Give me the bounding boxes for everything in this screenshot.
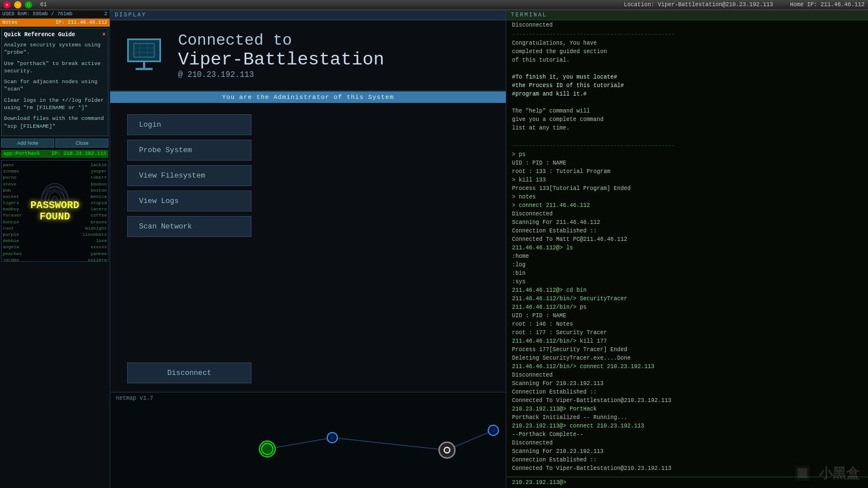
add-note-button[interactable]: Add Note — [1, 139, 54, 148]
terminal-input-area[interactable]: 210.23.192.113@> — [506, 477, 868, 488]
scan-network-button[interactable]: Scan Network — [127, 216, 251, 237]
disconnect-button[interactable]: Disconnect — [127, 362, 251, 383]
view-filesystem-button[interactable]: View Filesystem — [127, 165, 251, 186]
location-info: Location: Viper-Battlestation@210.23.192… — [624, 2, 865, 8]
svg-rect-4 — [134, 44, 154, 57]
svg-point-19 — [491, 427, 496, 433]
terminal-input[interactable] — [568, 480, 862, 486]
terminal-prompt-label: 210.23.192.113@> — [512, 480, 566, 486]
left-panel: USED RAM: 595mb / 761mb 2 Notes IP: 211.… — [0, 10, 110, 488]
notes-ip: IP: 211.46.46.112 — [55, 20, 107, 25]
login-button[interactable]: Login — [127, 114, 251, 135]
note-action-buttons: Add Note Close — [0, 137, 110, 149]
close-button[interactable]: × — [3, 1, 11, 8]
maximize-button[interactable]: □ — [25, 1, 32, 8]
tip-1: Analyze security systems using "probe". — [4, 41, 106, 57]
menu-buttons: Login Probe System View Filesystem View … — [110, 103, 506, 248]
disconnect-section: Disconnect — [110, 357, 506, 389]
monitor-stand — [143, 62, 145, 68]
terminal-input-line: 210.23.192.113@> — [512, 480, 862, 486]
monitor-icon — [127, 38, 161, 62]
svg-line-10 — [332, 438, 447, 450]
password-cracker-panel: pass iceman porno steve bob bucket tiger… — [1, 160, 108, 262]
netmap-canvas — [110, 392, 506, 488]
active-conn-label: app:Porthack — [3, 151, 40, 157]
minimize-button[interactable]: − — [14, 1, 21, 8]
quick-ref-title: Quick Reference Guide — [4, 31, 75, 39]
svg-point-17 — [444, 447, 450, 453]
password-words-right: lackie jasper robert booboo boston monic… — [83, 162, 107, 262]
terminal-panel: TERMINAL Note: the wildcard "*" indicate… — [506, 10, 868, 488]
monitor-base — [136, 68, 153, 70]
fingerprint-icon — [32, 178, 77, 223]
ram-count: 2 — [105, 11, 107, 17]
notes-label: Notes — [2, 20, 18, 25]
tip-5: Download files with the command "scp [FI… — [4, 115, 106, 130]
quick-ref-content: Analyze security systems using "probe". … — [4, 41, 106, 130]
ram-bar: USED RAM: 595mb / 761mb 2 — [0, 10, 110, 19]
svg-point-13 — [262, 443, 273, 455]
close-note-button[interactable]: Close — [55, 139, 108, 148]
display-panel: DISPLAY Connected to Vipe — [110, 10, 506, 488]
quick-reference-panel: Quick Reference Guide × Analyze security… — [1, 28, 108, 136]
terminal-header: TERMINAL — [506, 10, 868, 20]
main-layout: USED RAM: 595mb / 761mb 2 Notes IP: 211.… — [0, 10, 868, 488]
admin-banner: You are the Administrator of this System — [110, 92, 506, 103]
terminal-content[interactable]: Note: the wildcard "*" indicates 'All'. … — [506, 20, 868, 477]
connected-info: Connected to Viper-Battlestation @ 210.2… — [110, 20, 506, 92]
top-bar: × − □ 61 Location: Viper-Battlestation@2… — [0, 0, 868, 10]
connected-text: Connected to Viper-Battlestation @ 210.2… — [178, 32, 384, 79]
computer-icon — [121, 38, 167, 72]
svg-line-9 — [267, 438, 332, 449]
active-connection-bar: app:Porthack IP: 210.23.192.113 — [1, 150, 108, 158]
connected-to-label: Connected to — [178, 32, 384, 49]
password-words-left: pass iceman porno steve bob bucket tiger… — [3, 162, 22, 262]
notes-bar[interactable]: Notes IP: 211.46.46.112 — [0, 19, 110, 27]
quick-ref-close-button[interactable]: × — [102, 31, 106, 39]
display-header: DISPLAY — [110, 10, 506, 20]
svg-point-15 — [329, 435, 335, 441]
svg-point-2 — [49, 192, 61, 210]
tip-3: Scan for adjacent nodes using "scan" — [4, 78, 106, 93]
active-conn-ip: IP: 210.23.192.113 — [51, 151, 106, 157]
screen-graphic — [133, 42, 155, 58]
system-ip: @ 210.23.192.113 — [178, 70, 384, 79]
tip-2: Use "porthack" to break active security. — [4, 60, 106, 75]
svg-point-3 — [52, 196, 58, 205]
ram-label: USED RAM: 595mb / 761mb — [2, 11, 72, 17]
system-name: Viper-Battlestation — [178, 49, 384, 70]
tip-4: Clear logs in the +//log folder using "r… — [4, 97, 106, 112]
view-logs-button[interactable]: View Logs — [127, 191, 251, 211]
netmap-panel: netmap v1.7 — [110, 392, 506, 488]
counter-badge: 61 — [40, 2, 47, 8]
quick-ref-header: Quick Reference Guide × — [4, 31, 106, 39]
probe-system-button[interactable]: Probe System — [127, 140, 251, 161]
window-controls: × − □ 61 — [3, 1, 47, 8]
